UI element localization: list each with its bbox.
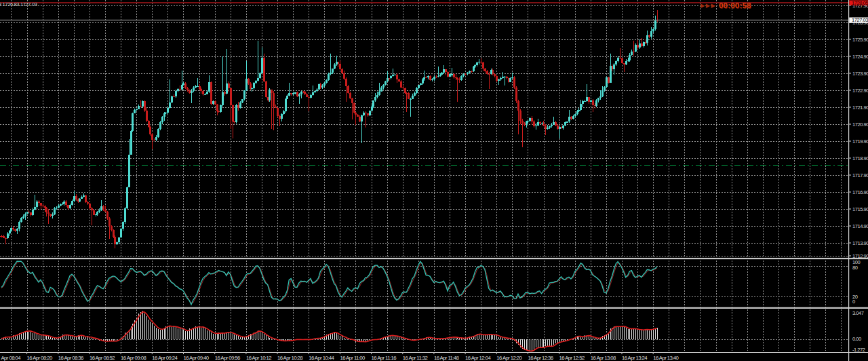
svg-text:16 Apr 11:32: 16 Apr 11:32 bbox=[403, 355, 428, 361]
svg-text:16 Apr 12:36: 16 Apr 12:36 bbox=[528, 355, 553, 361]
svg-text:80: 80 bbox=[852, 265, 858, 271]
svg-text:1715.90: 1715.90 bbox=[852, 206, 868, 212]
svg-text:1725.90: 1725.90 bbox=[852, 37, 868, 43]
svg-text:0.00: 0.00 bbox=[852, 336, 861, 342]
svg-text:▶▶▶: ▶▶▶ bbox=[701, 2, 716, 9]
svg-text:16 Apr 10:12: 16 Apr 10:12 bbox=[246, 355, 271, 361]
svg-text:16 Apr 13:08: 16 Apr 13:08 bbox=[591, 355, 616, 361]
svg-text:16 Apr 11:16: 16 Apr 11:16 bbox=[372, 355, 397, 361]
svg-text:16 Apr 13:24: 16 Apr 13:24 bbox=[622, 355, 648, 361]
svg-text:0: 0 bbox=[852, 299, 855, 305]
svg-text:1718.90: 1718.90 bbox=[852, 155, 868, 162]
svg-text:16 Apr 08:20: 16 Apr 08:20 bbox=[27, 355, 53, 361]
svg-text:16 Apr 10:28: 16 Apr 10:28 bbox=[277, 355, 302, 361]
svg-text:1719.90: 1719.90 bbox=[852, 138, 868, 145]
svg-text:1716.90: 1716.90 bbox=[852, 189, 868, 195]
svg-text:16 Apr 09:24: 16 Apr 09:24 bbox=[152, 355, 178, 361]
svg-text:00:00:58: 00:00:58 bbox=[719, 1, 751, 10]
svg-text:16 Apr 13:40: 16 Apr 13:40 bbox=[653, 355, 679, 361]
svg-text:16 Apr 09:08: 16 Apr 09:08 bbox=[121, 355, 146, 361]
svg-text:Apr 08:04: Apr 08:04 bbox=[1, 355, 22, 361]
svg-text:16 Apr 11:00: 16 Apr 11:00 bbox=[340, 355, 366, 361]
svg-text:16 Apr 08:36: 16 Apr 08:36 bbox=[58, 355, 83, 361]
svg-text:16 Apr 11:48: 16 Apr 11:48 bbox=[434, 355, 459, 361]
svg-text:16 Apr 12:04: 16 Apr 12:04 bbox=[465, 355, 491, 361]
svg-text:1714.90: 1714.90 bbox=[852, 223, 868, 229]
svg-text:-1.272: -1.272 bbox=[852, 347, 865, 353]
svg-text:1723.90: 1723.90 bbox=[852, 71, 868, 77]
svg-text:1720.90: 1720.90 bbox=[852, 121, 868, 128]
svg-text:1721.90: 1721.90 bbox=[852, 104, 868, 111]
svg-text:16 Apr 12:20: 16 Apr 12:20 bbox=[496, 355, 522, 361]
svg-text:1717.90: 1717.90 bbox=[852, 172, 868, 178]
svg-text:16 Apr 09:40: 16 Apr 09:40 bbox=[184, 355, 210, 361]
svg-text:1713.90: 1713.90 bbox=[852, 240, 868, 246]
svg-text:16 Apr 12:52: 16 Apr 12:52 bbox=[559, 355, 585, 361]
svg-text:16 Apr 08:52: 16 Apr 08:52 bbox=[90, 355, 115, 361]
svg-text:1724.90: 1724.90 bbox=[852, 54, 868, 60]
svg-text:1728.05: 1728.05 bbox=[852, 0, 868, 6]
svg-text:1712.90: 1712.90 bbox=[852, 253, 868, 259]
svg-text:16 Apr 09:56: 16 Apr 09:56 bbox=[215, 355, 240, 361]
svg-text:3.047: 3.047 bbox=[852, 310, 864, 316]
svg-text:1722.90: 1722.90 bbox=[852, 88, 868, 94]
svg-text:3 1726.83 1727.03: 3 1726.83 1727.03 bbox=[0, 1, 37, 7]
svg-text:1727.03: 1727.03 bbox=[852, 17, 868, 23]
svg-text:16 Apr 10:44: 16 Apr 10:44 bbox=[309, 355, 334, 361]
